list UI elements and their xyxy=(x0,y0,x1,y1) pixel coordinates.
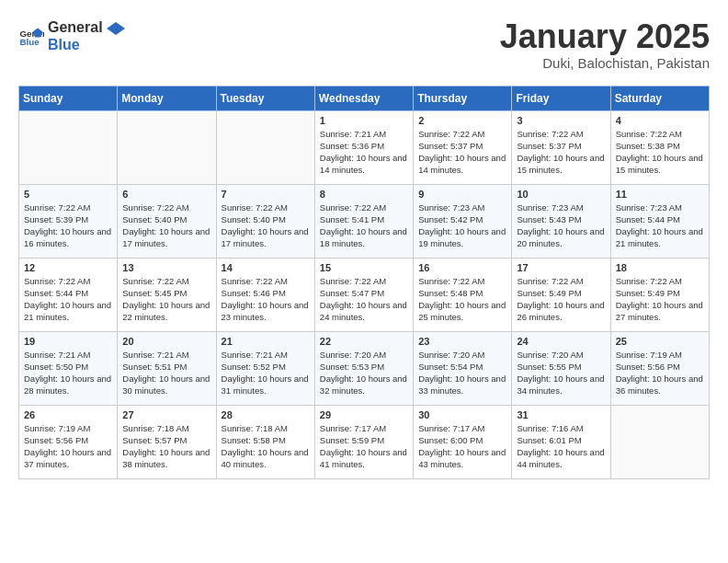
calendar-cell: 22Sunrise: 7:20 AMSunset: 5:53 PMDayligh… xyxy=(314,331,413,405)
calendar-cell: 25Sunrise: 7:19 AMSunset: 5:56 PMDayligh… xyxy=(610,331,709,405)
day-number: 15 xyxy=(320,262,408,273)
day-number: 9 xyxy=(418,189,506,200)
svg-marker-3 xyxy=(107,22,125,35)
calendar-cell: 6Sunrise: 7:22 AMSunset: 5:40 PMDaylight… xyxy=(118,184,216,258)
day-number: 22 xyxy=(320,336,408,347)
weekday-header-sunday: Sunday xyxy=(19,86,118,110)
day-info: Sunrise: 7:20 AMSunset: 5:53 PMDaylight:… xyxy=(320,349,408,397)
day-info: Sunrise: 7:22 AMSunset: 5:37 PMDaylight:… xyxy=(418,128,506,177)
calendar-cell xyxy=(118,110,216,184)
day-number: 3 xyxy=(517,115,605,126)
day-info: Sunrise: 7:22 AMSunset: 5:41 PMDaylight:… xyxy=(320,201,408,250)
day-number: 20 xyxy=(122,336,210,347)
calendar-cell: 12Sunrise: 7:22 AMSunset: 5:44 PMDayligh… xyxy=(19,258,118,331)
calendar-table: SundayMondayTuesdayWednesdayThursdayFrid… xyxy=(18,86,710,479)
calendar-cell: 17Sunrise: 7:22 AMSunset: 5:49 PMDayligh… xyxy=(512,258,610,331)
day-info: Sunrise: 7:16 AMSunset: 6:01 PMDaylight:… xyxy=(517,422,605,471)
day-info: Sunrise: 7:18 AMSunset: 5:58 PMDaylight:… xyxy=(222,422,310,471)
calendar-cell: 19Sunrise: 7:21 AMSunset: 5:50 PMDayligh… xyxy=(19,331,118,405)
calendar-cell: 15Sunrise: 7:22 AMSunset: 5:47 PMDayligh… xyxy=(314,258,413,331)
calendar-cell: 30Sunrise: 7:17 AMSunset: 6:00 PMDayligh… xyxy=(414,405,512,478)
weekday-header-friday: Friday xyxy=(512,86,610,110)
day-info: Sunrise: 7:20 AMSunset: 5:55 PMDaylight:… xyxy=(517,349,605,397)
calendar-title: January 2025 xyxy=(500,18,710,55)
calendar-cell: 8Sunrise: 7:22 AMSunset: 5:41 PMDaylight… xyxy=(314,184,413,258)
weekday-header-tuesday: Tuesday xyxy=(216,86,314,110)
day-info: Sunrise: 7:22 AMSunset: 5:49 PMDaylight:… xyxy=(517,275,605,324)
calendar-cell: 13Sunrise: 7:22 AMSunset: 5:45 PMDayligh… xyxy=(118,258,216,331)
calendar-cell: 9Sunrise: 7:23 AMSunset: 5:42 PMDaylight… xyxy=(414,184,512,258)
day-info: Sunrise: 7:22 AMSunset: 5:38 PMDaylight:… xyxy=(616,128,704,177)
day-number: 19 xyxy=(24,336,112,347)
calendar-cell: 14Sunrise: 7:22 AMSunset: 5:46 PMDayligh… xyxy=(216,258,314,331)
day-info: Sunrise: 7:22 AMSunset: 5:40 PMDaylight:… xyxy=(122,201,210,250)
calendar-cell xyxy=(216,110,314,184)
day-number: 18 xyxy=(616,262,704,273)
calendar-cell: 20Sunrise: 7:21 AMSunset: 5:51 PMDayligh… xyxy=(118,331,216,405)
calendar-cell: 23Sunrise: 7:20 AMSunset: 5:54 PMDayligh… xyxy=(414,331,512,405)
day-info: Sunrise: 7:22 AMSunset: 5:48 PMDaylight:… xyxy=(418,275,506,324)
day-info: Sunrise: 7:19 AMSunset: 5:56 PMDaylight:… xyxy=(616,349,704,397)
day-number: 13 xyxy=(122,262,210,273)
day-info: Sunrise: 7:22 AMSunset: 5:44 PMDaylight:… xyxy=(24,275,112,324)
day-number: 27 xyxy=(122,409,210,420)
day-info: Sunrise: 7:20 AMSunset: 5:54 PMDaylight:… xyxy=(418,349,506,397)
day-number: 6 xyxy=(122,189,210,200)
day-info: Sunrise: 7:17 AMSunset: 5:59 PMDaylight:… xyxy=(320,422,408,471)
calendar-cell: 29Sunrise: 7:17 AMSunset: 5:59 PMDayligh… xyxy=(314,405,413,478)
calendar-cell: 16Sunrise: 7:22 AMSunset: 5:48 PMDayligh… xyxy=(414,258,512,331)
calendar-cell: 7Sunrise: 7:22 AMSunset: 5:40 PMDaylight… xyxy=(216,184,314,258)
day-info: Sunrise: 7:21 AMSunset: 5:50 PMDaylight:… xyxy=(24,349,112,397)
logo-blue-text: Blue xyxy=(48,36,125,53)
day-number: 21 xyxy=(222,336,310,347)
day-number: 29 xyxy=(320,409,408,420)
day-info: Sunrise: 7:23 AMSunset: 5:43 PMDaylight:… xyxy=(517,201,605,250)
calendar-cell: 4Sunrise: 7:22 AMSunset: 5:38 PMDaylight… xyxy=(610,110,709,184)
calendar-cell: 26Sunrise: 7:19 AMSunset: 5:56 PMDayligh… xyxy=(19,405,118,478)
calendar-cell xyxy=(610,405,709,478)
calendar-cell: 11Sunrise: 7:23 AMSunset: 5:44 PMDayligh… xyxy=(610,184,709,258)
day-info: Sunrise: 7:17 AMSunset: 6:00 PMDaylight:… xyxy=(418,422,506,471)
day-info: Sunrise: 7:18 AMSunset: 5:57 PMDaylight:… xyxy=(122,422,210,471)
weekday-header-wednesday: Wednesday xyxy=(314,86,413,110)
day-number: 7 xyxy=(222,189,310,200)
calendar-cell: 10Sunrise: 7:23 AMSunset: 5:43 PMDayligh… xyxy=(512,184,610,258)
day-number: 10 xyxy=(517,189,605,200)
calendar-subtitle: Duki, Balochistan, Pakistan xyxy=(500,55,710,71)
day-info: Sunrise: 7:22 AMSunset: 5:39 PMDaylight:… xyxy=(24,201,112,250)
day-number: 4 xyxy=(616,115,704,126)
page-header: General Blue General Blue January 2025 D… xyxy=(18,18,710,71)
calendar-cell: 21Sunrise: 7:21 AMSunset: 5:52 PMDayligh… xyxy=(216,331,314,405)
weekday-header-thursday: Thursday xyxy=(414,86,512,110)
day-number: 17 xyxy=(517,262,605,273)
day-number: 31 xyxy=(517,409,605,420)
day-number: 12 xyxy=(24,262,112,273)
calendar-cell: 31Sunrise: 7:16 AMSunset: 6:01 PMDayligh… xyxy=(512,405,610,478)
day-number: 11 xyxy=(616,189,704,200)
weekday-header-saturday: Saturday xyxy=(610,86,709,110)
logo: General Blue General Blue xyxy=(18,18,125,53)
weekday-header-monday: Monday xyxy=(118,86,216,110)
day-info: Sunrise: 7:21 AMSunset: 5:52 PMDaylight:… xyxy=(222,349,310,397)
day-number: 14 xyxy=(222,262,310,273)
logo-icon: General Blue xyxy=(18,23,44,49)
title-block: January 2025 Duki, Balochistan, Pakistan xyxy=(500,18,710,71)
day-number: 1 xyxy=(320,115,408,126)
day-number: 8 xyxy=(320,189,408,200)
calendar-cell: 18Sunrise: 7:22 AMSunset: 5:49 PMDayligh… xyxy=(610,258,709,331)
day-number: 2 xyxy=(418,115,506,126)
svg-text:Blue: Blue xyxy=(19,37,40,47)
calendar-cell: 5Sunrise: 7:22 AMSunset: 5:39 PMDaylight… xyxy=(19,184,118,258)
calendar-cell: 28Sunrise: 7:18 AMSunset: 5:58 PMDayligh… xyxy=(216,405,314,478)
day-info: Sunrise: 7:22 AMSunset: 5:45 PMDaylight:… xyxy=(122,275,210,324)
logo-arrow-icon xyxy=(107,22,125,35)
logo-general-text: General xyxy=(48,18,125,36)
calendar-cell: 3Sunrise: 7:22 AMSunset: 5:37 PMDaylight… xyxy=(512,110,610,184)
day-number: 16 xyxy=(418,262,506,273)
day-number: 25 xyxy=(616,336,704,347)
day-number: 26 xyxy=(24,409,112,420)
day-info: Sunrise: 7:23 AMSunset: 5:44 PMDaylight:… xyxy=(616,201,704,250)
day-number: 28 xyxy=(222,409,310,420)
day-info: Sunrise: 7:21 AMSunset: 5:36 PMDaylight:… xyxy=(320,128,408,177)
day-info: Sunrise: 7:22 AMSunset: 5:49 PMDaylight:… xyxy=(616,275,704,324)
